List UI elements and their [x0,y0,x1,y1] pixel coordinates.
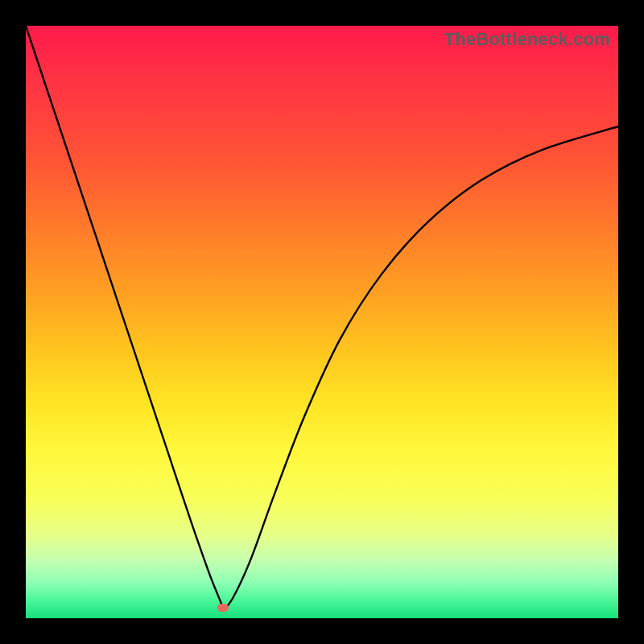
plot-area: TheBottleneck.com [26,26,618,618]
chart-frame: TheBottleneck.com [0,0,644,644]
minimum-marker [217,604,229,612]
bottleneck-curve [26,26,618,618]
